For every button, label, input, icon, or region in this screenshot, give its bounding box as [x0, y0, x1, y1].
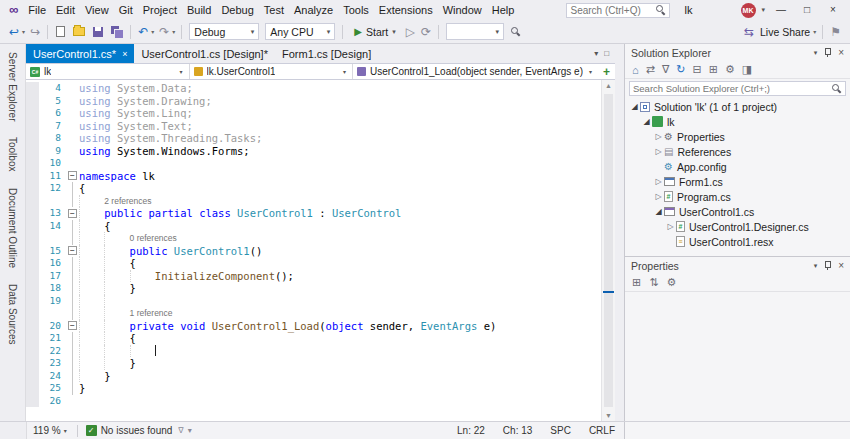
code-text[interactable]: using System.Windows.Forms;	[79, 145, 601, 158]
preview-selected-icon[interactable]: ◨	[742, 63, 752, 76]
breakpoint-margin[interactable]	[26, 120, 39, 133]
breakpoint-margin[interactable]	[26, 370, 39, 383]
alphabetical-icon[interactable]: ⇅	[649, 276, 658, 289]
feedback-icon[interactable]: ⚑	[827, 25, 844, 39]
show-all-files-icon[interactable]: ⊞	[709, 63, 718, 76]
expander-open-icon[interactable]: ◢	[641, 117, 652, 126]
solution-explorer-titlebar[interactable]: Solution Explorer ▾ ×	[625, 44, 850, 61]
pending-changes-filter-icon[interactable]: ∇	[662, 63, 669, 76]
switch-views-icon[interactable]: ⇄	[646, 63, 655, 76]
navigate-forward-icon[interactable]: ↪	[27, 25, 43, 39]
start-without-debugging-icon[interactable]: ▷	[403, 25, 418, 39]
solution-explorer-search-input[interactable]	[633, 83, 832, 94]
code-text[interactable]: InitializeComponent();	[79, 270, 601, 283]
expander-closed-icon[interactable]: ▷	[653, 147, 664, 156]
refresh-icon[interactable]: ↻	[676, 63, 685, 76]
breakpoint-margin[interactable]	[26, 82, 39, 95]
home-icon[interactable]: ⌂	[632, 64, 639, 76]
menu-file[interactable]: File	[23, 1, 51, 19]
code-text[interactable]: public partial class UserControl1 : User…	[79, 207, 601, 220]
close-icon[interactable]: ×	[838, 47, 844, 58]
tree-item-usercontrol1-designer-cs[interactable]: ▷UserControl1.Designer.cs	[625, 219, 850, 234]
breakpoint-margin[interactable]	[26, 332, 39, 345]
code-text[interactable]: 2 references	[79, 195, 601, 208]
find-combo[interactable]: ▾	[446, 23, 504, 40]
code-text[interactable]	[79, 295, 601, 308]
expander-open-icon[interactable]: ◢	[653, 207, 664, 216]
horizontal-scrollbar[interactable]	[194, 422, 448, 439]
start-debugging-button[interactable]: ▶ Start ▾	[349, 22, 400, 42]
code-text[interactable]: {	[79, 332, 601, 345]
line-indicator[interactable]: Ln: 22	[448, 425, 494, 436]
menu-analyze[interactable]: Analyze	[289, 1, 338, 19]
breakpoint-margin[interactable]	[26, 245, 39, 258]
code-area[interactable]: 4using System.Data;5using System.Drawing…	[26, 80, 601, 421]
document-tab-usercontrol1-cs[interactable]: UserControl1.cs*×	[26, 44, 134, 63]
eol-indicator[interactable]: CRLF	[580, 425, 624, 436]
expander-closed-icon[interactable]: ▷	[653, 177, 664, 186]
tree-item-lk[interactable]: ◢lk	[625, 114, 850, 129]
expander-closed-icon[interactable]: ▷	[665, 222, 676, 231]
zoom-control[interactable]: 119 % ▾	[27, 425, 73, 436]
scroll-up-icon[interactable]: ▲	[602, 82, 615, 89]
redo-icon[interactable]: ↷	[156, 25, 172, 39]
breakpoint-margin[interactable]	[26, 195, 39, 208]
collapse-all-icon[interactable]: ⊟	[692, 63, 701, 76]
menu-git[interactable]: Git	[114, 1, 138, 19]
code-text[interactable]	[79, 395, 601, 408]
open-file-icon[interactable]	[73, 27, 85, 36]
minimize-button[interactable]: —	[768, 0, 794, 20]
code-text[interactable]: }	[79, 357, 601, 370]
properties-grid[interactable]	[625, 292, 850, 421]
solution-platforms-dropdown[interactable]: Any CPU▾	[265, 23, 335, 40]
pin-icon[interactable]	[823, 48, 832, 58]
tree-item-usercontrol1-resx[interactable]: UserControl1.resx	[625, 234, 850, 249]
code-text[interactable]: namespace lk	[79, 170, 601, 183]
tree-item-program-cs[interactable]: ▷Program.cs	[625, 189, 850, 204]
expander-closed-icon[interactable]: ▷	[653, 192, 664, 201]
spaces-indicator[interactable]: SPC	[541, 425, 580, 436]
breakpoint-margin[interactable]	[26, 382, 39, 395]
collapse-icon[interactable]: −	[68, 246, 77, 255]
breakpoint-margin[interactable]	[26, 320, 39, 333]
menu-tools[interactable]: Tools	[338, 1, 374, 19]
breakpoint-margin[interactable]	[26, 157, 39, 170]
codelens-label[interactable]: 1 reference	[130, 308, 173, 318]
maximize-button[interactable]: □	[794, 0, 820, 20]
breakpoint-margin[interactable]	[26, 207, 39, 220]
breakpoint-margin[interactable]	[26, 307, 39, 320]
code-text[interactable]	[79, 345, 601, 358]
menu-window[interactable]: Window	[438, 1, 487, 19]
breakpoint-margin[interactable]	[26, 232, 39, 245]
breakpoint-margin[interactable]	[26, 345, 39, 358]
code-text[interactable]: }	[79, 282, 601, 295]
code-text[interactable]: using System.Linq;	[79, 107, 601, 120]
navigate-back-icon[interactable]: ↩	[6, 25, 22, 39]
zoom-dropdown-icon[interactable]: ▾	[64, 427, 67, 434]
panel-splitter[interactable]	[615, 44, 624, 421]
menu-help[interactable]: Help	[487, 1, 520, 19]
document-health-indicator[interactable]: ✓ No issues found	[82, 425, 177, 436]
code-text[interactable]: }	[79, 370, 601, 383]
categorized-icon[interactable]: ⊞	[632, 276, 641, 289]
new-file-icon[interactable]	[56, 26, 65, 37]
find-in-files-icon[interactable]	[511, 27, 521, 37]
code-text[interactable]: using System.Data;	[79, 82, 601, 95]
codelens-label[interactable]: 0 references	[130, 233, 177, 243]
tree-item-solution-lk-1-of-1-project[interactable]: ◢Solution 'lk' (1 of 1 project)	[625, 99, 850, 114]
health-filter-icon[interactable]: ∇	[176, 426, 185, 435]
close-button[interactable]: ×	[820, 0, 846, 20]
vertical-scrollbar[interactable]: ▲ ▼	[601, 80, 615, 421]
tree-item-properties[interactable]: ▷⚙Properties	[625, 129, 850, 144]
window-menu-icon[interactable]: ▾	[814, 262, 818, 270]
menu-build[interactable]: Build	[182, 1, 216, 19]
left-tab-server-explorer[interactable]: Server Explorer	[7, 52, 18, 121]
codelens-label[interactable]: 2 references	[104, 196, 151, 206]
menu-project[interactable]: Project	[138, 1, 182, 19]
code-text[interactable]: 0 references	[79, 232, 601, 245]
breakpoint-margin[interactable]	[26, 95, 39, 108]
document-tab-usercontrol1-cs-design[interactable]: UserControl1.cs [Design]*	[134, 44, 275, 63]
type-dropdown[interactable]: lk.UserControl1 ▾	[190, 64, 354, 79]
undo-icon[interactable]: ↶	[135, 25, 151, 39]
property-pages-icon[interactable]: ⚙	[666, 276, 676, 289]
